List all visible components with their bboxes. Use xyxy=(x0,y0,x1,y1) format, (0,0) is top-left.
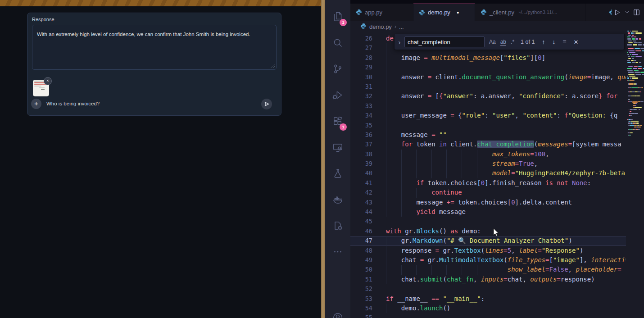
breadcrumb[interactable]: demo.py › ... xyxy=(350,21,644,32)
breadcrumb-more[interactable]: ... xyxy=(399,23,404,30)
search-activity-item[interactable] xyxy=(325,32,350,54)
line-content: if token.choices[0].finish_reason is not… xyxy=(386,178,591,188)
line-number: 30 xyxy=(350,73,372,82)
code-line-48[interactable]: 48 response = gr.Textbox(lines=5, label=… xyxy=(350,246,626,255)
add-file-button[interactable]: + xyxy=(31,99,41,109)
line-number: 31 xyxy=(350,82,372,91)
code-line-43[interactable]: 43 message += token.choices[0].delta.con… xyxy=(350,198,626,207)
code-line-45[interactable]: 45 xyxy=(350,217,626,226)
find-input[interactable]: chat_completion xyxy=(404,36,485,47)
snippets-activity-item[interactable] xyxy=(325,214,350,237)
more-activity-item[interactable] xyxy=(325,241,350,263)
minimap-line xyxy=(627,32,642,33)
breadcrumb-file[interactable]: demo.py xyxy=(369,23,392,30)
code-line-38[interactable]: 38 max_tokens=100, xyxy=(350,150,626,159)
line-content: model="HuggingFaceH4/zephyr-7b-beta xyxy=(386,168,625,178)
minimap-line xyxy=(627,129,640,130)
send-button[interactable] xyxy=(261,99,272,109)
minimap-line xyxy=(627,50,644,51)
chat-input[interactable]: Who is being invoiced? xyxy=(46,101,100,106)
attachment-close-button[interactable]: × xyxy=(44,77,52,85)
response-textbox[interactable]: With an extremely high level of confiden… xyxy=(32,25,277,70)
mouse-cursor xyxy=(493,228,499,237)
regex-toggle[interactable]: .* xyxy=(511,39,514,45)
minimap-line xyxy=(627,35,634,36)
code-line-35[interactable]: 35 xyxy=(350,121,626,130)
minimap-line xyxy=(627,38,641,39)
code-editor[interactable]: 26def chat_fn(multimodal_message):2728 i… xyxy=(350,32,626,318)
minimap-line xyxy=(627,99,630,100)
find-in-selection-button[interactable]: ≡ xyxy=(562,38,566,45)
code-line-50[interactable]: 50 show_label=False, placeholder= xyxy=(350,265,626,274)
match-case-toggle[interactable]: Aa xyxy=(489,39,496,45)
run-debug-activity-item[interactable] xyxy=(325,84,350,106)
line-number: 51 xyxy=(350,275,372,284)
resize-grip[interactable] xyxy=(270,64,275,68)
code-line-53[interactable]: 53if __name__ == "__main__": xyxy=(350,294,626,304)
code-line-55[interactable]: 55 xyxy=(350,313,626,318)
code-line-39[interactable]: 39 stream=True, xyxy=(350,159,626,168)
code-line-42[interactable]: 42 continue xyxy=(350,188,626,197)
indent-guide xyxy=(386,82,386,91)
find-expand-chevron[interactable]: › xyxy=(395,38,404,46)
code-line-49[interactable]: 49 chat = gr.MultimodalTextbox(file_type… xyxy=(350,255,626,265)
testing-activity-item[interactable] xyxy=(325,162,350,185)
code-line-44[interactable]: 44 yield message xyxy=(350,207,626,217)
code-line-46[interactable]: 46with gr.Blocks() as demo: xyxy=(350,227,626,236)
titlebar-strip xyxy=(350,0,644,4)
minimap-line xyxy=(627,83,637,84)
docker-activity-item[interactable] xyxy=(325,188,350,211)
explorer-activity-item[interactable]: 1 xyxy=(325,5,350,28)
breadcrumb-separator: › xyxy=(395,23,396,30)
line-number: 46 xyxy=(350,227,372,236)
source-control-activity-item[interactable] xyxy=(325,58,350,80)
code-line-34[interactable]: 34 user_message = {"role": "user", "cont… xyxy=(350,111,626,120)
minimap-line xyxy=(627,41,636,41)
run-button[interactable] xyxy=(613,9,621,16)
code-line-52[interactable]: 52 xyxy=(350,284,626,294)
minimap-line xyxy=(627,42,642,43)
minimap[interactable] xyxy=(626,27,644,318)
code-line-54[interactable]: 54 demo.launch() xyxy=(350,304,626,313)
minimap-line xyxy=(627,60,636,61)
code-line-37[interactable]: 37 for token in client.chat_completion(m… xyxy=(350,140,626,149)
code-line-29[interactable]: 29 xyxy=(350,63,626,72)
line-content: stream=True, xyxy=(386,159,538,168)
remote-explorer-activity-item[interactable] xyxy=(325,136,350,159)
find-next-button[interactable]: ↓ xyxy=(552,38,555,45)
line-content: message += token.choices[0].delta.conten… xyxy=(386,198,572,207)
code-line-47[interactable]: 47 gr.Markdown("# 🔍 Document Analyzer Ch… xyxy=(350,236,626,245)
line-number: 45 xyxy=(350,217,372,226)
code-line-41[interactable]: 41 if token.choices[0].finish_reason is … xyxy=(350,178,626,188)
code-line-51[interactable]: 51 chat.submit(chat_fn, inputs=chat, out… xyxy=(350,275,626,284)
code-line-40[interactable]: 40 model="HuggingFaceH4/zephyr-7b-beta xyxy=(350,168,626,178)
run-dropdown-chevron[interactable] xyxy=(624,9,630,15)
line-content: yield message xyxy=(386,207,466,217)
whole-word-toggle[interactable]: ab xyxy=(500,39,506,45)
line-content: answer = [{"answer": a.answer, "confiden… xyxy=(386,91,617,101)
code-line-36[interactable]: 36 message = "" xyxy=(350,130,626,140)
code-line-30[interactable]: 30 answer = client.document_question_ans… xyxy=(350,73,626,82)
tab-demo.py[interactable]: demo.py● xyxy=(413,4,475,21)
account-activity-item[interactable] xyxy=(325,306,350,318)
tab-_client.py[interactable]: _client.py~/.../python3.11/... xyxy=(475,4,585,21)
line-content: response = gr.Textbox(lines=5, label="Re… xyxy=(386,246,583,255)
code-line-33[interactable]: 33 xyxy=(350,101,626,111)
minimap-line xyxy=(627,119,633,120)
code-line-32[interactable]: 32 answer = [{"answer": a.answer, "confi… xyxy=(350,91,626,101)
minimap-line xyxy=(627,87,643,88)
split-editor-button[interactable] xyxy=(633,9,640,16)
line-content: max_tokens=100, xyxy=(386,150,549,159)
extensions-activity-item[interactable]: 1 xyxy=(325,110,350,132)
line-number: 47 xyxy=(350,236,372,245)
code-line-31[interactable]: 31 xyxy=(350,82,626,91)
search-icon xyxy=(332,37,344,49)
find-close-button[interactable]: ✕ xyxy=(574,39,579,45)
python-file-icon xyxy=(360,23,367,31)
minimap-line xyxy=(627,52,635,53)
tab-app.py[interactable]: app.py xyxy=(350,4,413,21)
screenshot-root: Response With an extremely high level of… xyxy=(0,0,644,318)
find-previous-button[interactable]: ↑ xyxy=(542,38,545,45)
code-line-28[interactable]: 28 image = multimodal_message["files"][0… xyxy=(350,53,626,63)
search-match-highlight: chat_completion xyxy=(477,141,534,148)
